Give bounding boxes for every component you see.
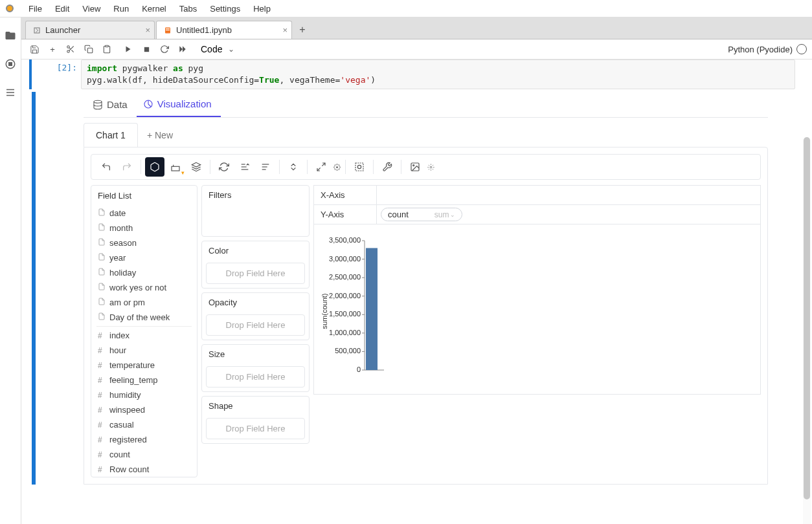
nominal-icon [98, 223, 109, 233]
stop-icon[interactable] [139, 41, 154, 57]
field-month[interactable]: month [91, 221, 197, 235]
new-tab-button[interactable]: + [293, 21, 311, 39]
drop-zone[interactable]: Drop Field Here [206, 418, 305, 439]
drop-zone[interactable]: Drop Field Here [206, 263, 305, 284]
color-shelf[interactable]: Color Drop Field Here [201, 241, 310, 289]
gear-icon[interactable] [332, 157, 341, 177]
restart-icon[interactable] [157, 41, 172, 57]
tab-launcher[interactable]: Launcher × [25, 21, 155, 39]
field-temperature[interactable]: #temperature [91, 358, 197, 373]
svg-text:1,500,000: 1,500,000 [329, 310, 361, 318]
menu-help[interactable]: Help [247, 4, 277, 14]
code-cell[interactable]: [2]: ⧉ ↑ ↓ ≡ + 🗑 import pygwalker as pyg… [29, 60, 795, 89]
opacity-shelf[interactable]: Opacity Drop Field Here [201, 292, 310, 340]
field-humidity[interactable]: #humidity [91, 388, 197, 402]
svg-text:0: 0 [357, 366, 361, 373]
close-icon[interactable]: × [282, 25, 288, 35]
field-casual[interactable]: #casual [91, 417, 197, 432]
shape-shelf[interactable]: Shape Drop Field Here [201, 396, 310, 444]
chart-tabs: Chart 1 + New [84, 123, 768, 147]
redo-icon[interactable] [117, 157, 137, 177]
cut-icon[interactable] [63, 41, 78, 57]
toc-icon[interactable] [4, 86, 17, 99]
drop-zone[interactable]: Drop Field Here [206, 366, 305, 388]
aggregate-icon[interactable] [145, 157, 164, 177]
axes-resize-icon[interactable] [284, 157, 303, 177]
close-icon[interactable]: × [145, 25, 150, 35]
kernel-status-icon[interactable] [796, 44, 807, 54]
svg-text:3,000,000: 3,000,000 [329, 255, 361, 263]
field-season[interactable]: season [91, 235, 197, 250]
menu-view[interactable]: View [76, 4, 107, 14]
menu-run[interactable]: Run [107, 4, 135, 14]
svg-text:sum(count): sum(count) [321, 293, 328, 329]
nominal-icon [98, 268, 109, 278]
field-Row-count[interactable]: #Row count [91, 462, 197, 477]
sort-asc-icon[interactable] [235, 157, 254, 177]
field-index[interactable]: #index [91, 328, 197, 343]
field-work-yes-or-not[interactable]: work yes or not [91, 280, 197, 295]
field-list: Field List datemonthseasonyearholidaywor… [91, 185, 197, 477]
scale-icon[interactable] [311, 157, 331, 177]
launcher-icon [32, 26, 41, 35]
undo-icon[interactable] [96, 157, 116, 177]
sort-desc-icon[interactable] [256, 157, 275, 177]
field-holiday[interactable]: holiday [91, 265, 197, 280]
y-axis-shelf[interactable]: Y-Axis count sum ⌄ [313, 204, 761, 224]
chart-tab-1[interactable]: Chart 1 [84, 123, 138, 147]
add-cell-icon[interactable]: + [45, 41, 60, 57]
run-all-icon[interactable] [175, 41, 190, 57]
stack-icon[interactable] [186, 157, 206, 177]
copy-icon[interactable] [81, 41, 96, 57]
paste-icon[interactable] [99, 41, 115, 57]
geo-icon[interactable] [350, 157, 369, 177]
config-icon[interactable] [378, 157, 397, 177]
svg-line-12 [71, 50, 73, 52]
transpose-icon[interactable] [214, 157, 234, 177]
main-area: Launcher × Untitled1.ipynb × + + Code Py… [21, 17, 812, 524]
x-axis-shelf[interactable]: X-Axis [313, 185, 761, 205]
menu-tabs[interactable]: Tabs [173, 4, 203, 14]
cell-type-select[interactable]: Code [193, 43, 236, 56]
field-year[interactable]: year [91, 250, 197, 265]
nominal-icon [98, 283, 109, 292]
running-icon[interactable] [4, 58, 17, 71]
field-winspeed[interactable]: #winspeed [91, 402, 197, 417]
menu-edit[interactable]: Edit [49, 4, 76, 14]
tab-data[interactable]: Data [86, 92, 137, 117]
field-hour[interactable]: #hour [91, 343, 197, 358]
new-chart-button[interactable]: + New [138, 124, 182, 147]
svg-marker-16 [126, 47, 131, 52]
scroll-thumb[interactable] [804, 137, 810, 499]
tab-notebook[interactable]: Untitled1.ipynb × [156, 21, 292, 39]
folder-icon[interactable] [4, 29, 17, 42]
pygwalker-widget: Data Visualization Chart 1 + New [84, 92, 768, 485]
field-am-or-pm[interactable]: am or pm [91, 295, 197, 310]
field-feeling_temp[interactable]: #feeling_temp [91, 373, 197, 388]
svg-text:2,500,000: 2,500,000 [329, 273, 361, 281]
field-registered[interactable]: #registered [91, 432, 197, 447]
pyg-toolbar: ▾ [91, 154, 761, 180]
cell-editor[interactable]: ⧉ ↑ ↓ ≡ + 🗑 import pygwalker as pyg pyg.… [81, 60, 795, 89]
tab-label: Untitled1.ipynb [176, 25, 232, 35]
menu-kernel[interactable]: Kernel [135, 4, 173, 14]
kernel-name[interactable]: Python (Pyodide) [728, 45, 793, 54]
export-image-icon[interactable] [405, 157, 425, 177]
field-pill-count[interactable]: count sum ⌄ [381, 208, 462, 221]
mark-type-icon[interactable]: ▾ [166, 157, 185, 177]
drop-zone[interactable]: Drop Field Here [206, 314, 305, 336]
gear-icon[interactable] [426, 157, 435, 177]
run-icon[interactable] [120, 41, 136, 57]
save-icon[interactable] [27, 41, 42, 57]
nominal-icon [98, 238, 109, 248]
field-count[interactable]: #count [91, 447, 197, 462]
menu-settings[interactable]: Settings [203, 4, 247, 14]
scrollbar[interactable] [803, 137, 811, 524]
field-date[interactable]: date [91, 206, 197, 221]
size-shelf[interactable]: Size Drop Field Here [201, 344, 310, 392]
svg-marker-19 [183, 46, 186, 52]
tab-visualization[interactable]: Visualization [137, 92, 221, 117]
field-Day-of-the-week[interactable]: Day of the week [91, 310, 197, 325]
menu-file[interactable]: File [22, 4, 49, 14]
filters-shelf[interactable]: Filters [201, 185, 310, 237]
